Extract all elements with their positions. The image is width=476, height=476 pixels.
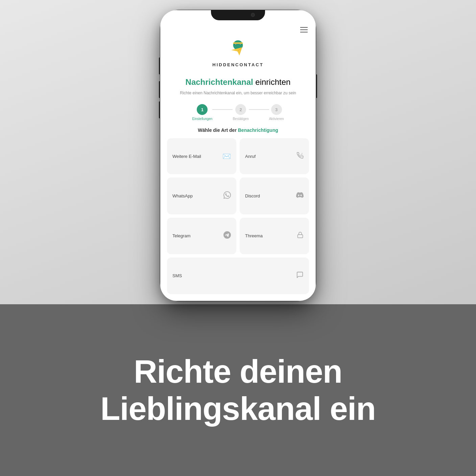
page-subtitle: Richte einen Nachrichtenkanal ein, um be… — [160, 90, 316, 101]
progress-steps: 1 Einstellungen 2 Bestätigen — [160, 101, 316, 126]
channel-card-discord[interactable]: Discord — [240, 177, 309, 214]
channel-heading: Wähle die Art der Benachrichtigung — [160, 126, 316, 138]
step-2[interactable]: 2 Bestätigen — [233, 104, 248, 121]
svg-rect-4 — [240, 44, 241, 45]
threema-icon — [297, 232, 304, 240]
step-3-circle: 3 — [271, 104, 282, 115]
channel-name-telegram: Telegram — [172, 233, 190, 238]
channel-card-telegram[interactable]: Telegram — [167, 218, 236, 254]
channel-name-email: Weitere E-Mail — [172, 154, 201, 159]
brand-name-label: HIDDENCONTACT — [212, 62, 263, 67]
hiddencontact-logo-icon — [227, 38, 249, 60]
page-title-highlight: Nachrichtenkanal — [186, 77, 253, 87]
channel-card-sms[interactable]: SMS — [167, 258, 309, 294]
channel-heading-highlight: Benachrichtigung — [238, 127, 278, 133]
bottom-section: Richte deinen Lieblingskanal ein — [0, 304, 476, 476]
step-2-circle: 2 — [235, 104, 246, 115]
page-title: Nachrichtenkanal einrichten — [160, 73, 316, 90]
page-title-rest: einrichten — [253, 77, 291, 87]
channel-grid: Weitere E-Mail ✉️ Anruf — [160, 138, 316, 301]
bottom-tagline: Richte deinen Lieblingskanal ein — [100, 353, 376, 428]
channel-card-email[interactable]: Weitere E-Mail ✉️ — [167, 138, 236, 174]
channel-name-threema: Threema — [245, 233, 263, 238]
svg-rect-5 — [233, 43, 243, 44]
camera-icon — [251, 13, 255, 17]
svg-rect-3 — [235, 44, 236, 45]
channel-card-whatsapp[interactable]: WhatsApp — [167, 177, 236, 214]
step-3-label: Aktivieren — [269, 117, 284, 121]
sms-icon — [296, 271, 304, 280]
email-icon: ✉️ — [222, 152, 231, 160]
step-1[interactable]: 1 Einstellungen — [192, 104, 212, 121]
phone-notch — [211, 10, 265, 20]
whatsapp-icon — [223, 191, 231, 200]
step-1-circle: 1 — [197, 104, 208, 115]
channel-name-whatsapp: WhatsApp — [172, 193, 193, 198]
hamburger-menu-button[interactable] — [300, 27, 308, 32]
channel-name-sms: SMS — [172, 273, 182, 278]
discord-icon — [296, 191, 304, 200]
tagline-line2: Lieblingskanal ein — [100, 390, 376, 427]
step-1-label: Einstellungen — [192, 117, 212, 121]
phone-mockup: HIDDENCONTACT Nachrichtenkanal einrichte… — [160, 10, 316, 301]
call-icon — [297, 152, 304, 161]
step-2-label: Bestätigen — [233, 117, 248, 121]
step-3[interactable]: 3 Aktivieren — [269, 104, 284, 121]
step-line-2-3 — [249, 109, 269, 110]
screen-content: HIDDENCONTACT Nachrichtenkanal einrichte… — [160, 10, 316, 301]
page-wrapper: HIDDENCONTACT Nachrichtenkanal einrichte… — [0, 0, 476, 476]
channel-heading-static: Wähle die Art der — [198, 127, 237, 133]
telegram-icon — [223, 231, 231, 240]
step-line-1-2 — [212, 109, 233, 110]
channel-card-call[interactable]: Anruf — [240, 138, 309, 174]
svg-rect-9 — [298, 235, 303, 238]
logo-area: HIDDENCONTACT — [160, 38, 316, 73]
channel-name-call: Anruf — [245, 154, 256, 159]
tagline-line1: Richte deinen — [134, 353, 342, 389]
phone-body: HIDDENCONTACT Nachrichtenkanal einrichte… — [160, 10, 316, 301]
top-section: HIDDENCONTACT Nachrichtenkanal einrichte… — [0, 0, 476, 304]
channel-name-discord: Discord — [245, 193, 260, 198]
channel-card-threema[interactable]: Threema — [240, 218, 309, 254]
